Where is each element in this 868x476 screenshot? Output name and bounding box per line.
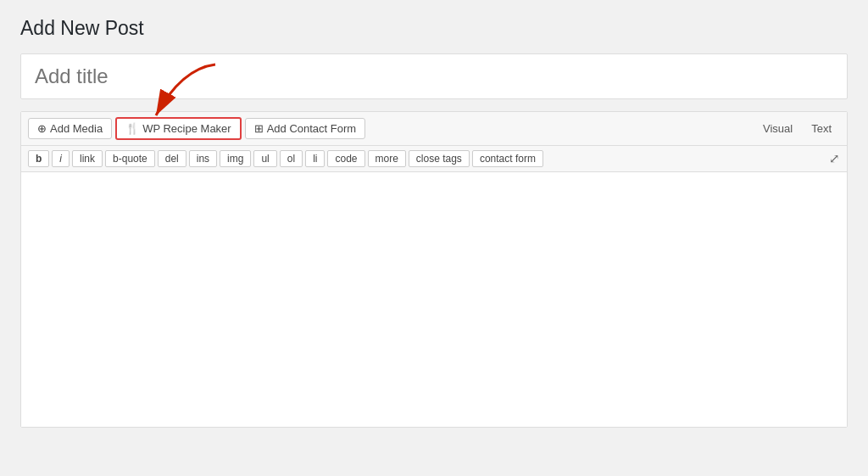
format-link-button[interactable]: link xyxy=(72,150,103,167)
format-bquote-button[interactable]: b-quote xyxy=(105,150,155,167)
post-title-input[interactable] xyxy=(20,53,848,99)
format-ul-button[interactable]: ul xyxy=(253,150,276,167)
format-ins-button[interactable]: ins xyxy=(189,150,217,167)
format-del-button[interactable]: del xyxy=(158,150,186,167)
add-media-label: Add Media xyxy=(50,122,103,135)
editor-content-area[interactable] xyxy=(21,172,847,427)
editor-wrapper: ⊕ Add Media 🍴 WP Recipe Maker ⊞ Add Cont… xyxy=(20,111,848,428)
visual-tab[interactable]: Visual xyxy=(754,119,801,138)
toolbar-top: ⊕ Add Media 🍴 WP Recipe Maker ⊞ Add Cont… xyxy=(21,112,847,146)
wp-recipe-maker-label: WP Recipe Maker xyxy=(142,122,231,135)
add-contact-form-button[interactable]: ⊞ Add Contact Form xyxy=(245,118,366,139)
text-tab[interactable]: Text xyxy=(803,119,840,138)
format-code-button[interactable]: code xyxy=(327,150,364,167)
format-ol-button[interactable]: ol xyxy=(280,150,303,167)
format-more-button[interactable]: more xyxy=(368,150,406,167)
recipe-icon: 🍴 xyxy=(125,122,139,135)
page-container: Add New Post ⊕ Add Media 🍴 xyxy=(20,17,848,428)
format-li-button[interactable]: li xyxy=(305,150,325,167)
page-title: Add New Post xyxy=(20,17,848,40)
format-close-tags-button[interactable]: close tags xyxy=(409,150,470,167)
add-contact-form-label: Add Contact Form xyxy=(267,122,357,135)
contact-form-icon: ⊞ xyxy=(254,122,264,135)
editor-outer-wrapper: ⊕ Add Media 🍴 WP Recipe Maker ⊞ Add Cont… xyxy=(20,111,848,428)
wp-recipe-maker-button[interactable]: 🍴 WP Recipe Maker xyxy=(115,117,242,140)
format-contact-form-button[interactable]: contact form xyxy=(472,150,543,167)
toolbar-right: Visual Text xyxy=(754,119,840,138)
add-media-icon: ⊕ xyxy=(37,122,47,135)
format-img-button[interactable]: img xyxy=(220,150,251,167)
fullscreen-icon[interactable]: ⤢ xyxy=(829,151,840,166)
toolbar-second: b i link b-quote del ins img ul ol li co… xyxy=(21,146,847,172)
toolbar-left: ⊕ Add Media 🍴 WP Recipe Maker ⊞ Add Cont… xyxy=(28,117,751,140)
format-italic-button[interactable]: i xyxy=(52,150,70,167)
format-bold-button[interactable]: b xyxy=(28,150,49,167)
add-media-button[interactable]: ⊕ Add Media xyxy=(28,118,112,139)
